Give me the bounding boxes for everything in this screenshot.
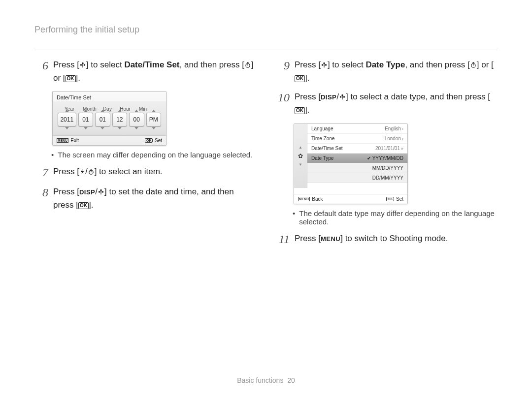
text: ] to select <box>86 60 124 69</box>
settings-screen: ▲ ✿ ▼ LanguageEnglish› Time ZoneLondon› … <box>294 123 408 204</box>
spinner-row: 2011 01 01 12 00 PM <box>53 113 166 129</box>
text: ] to select <box>328 60 366 69</box>
menu-row-datetime[interactable]: Date/Time Set2011/01/01» <box>307 144 407 154</box>
step-number: 9 <box>276 59 290 72</box>
spinner-hour[interactable]: 12 <box>112 113 127 126</box>
value: 2011/01/01 <box>375 146 400 151</box>
svg-rect-31 <box>342 97 342 99</box>
value: English <box>385 126 401 131</box>
spinner-ampm[interactable]: PM <box>146 113 161 126</box>
flash-icon <box>79 167 85 179</box>
bold-text: Date Type <box>366 60 405 69</box>
label-year: Year <box>60 106 79 112</box>
step-6: 6 Press [] to select Date/Time Set, and … <box>34 59 256 84</box>
svg-rect-4 <box>82 65 83 67</box>
value: 01 <box>79 113 93 126</box>
note-text: The screen may differ depending on the l… <box>58 151 252 159</box>
spinner-year[interactable]: 2011 <box>58 113 76 126</box>
svg-point-16 <box>100 191 102 193</box>
value: London <box>385 136 401 141</box>
svg-point-29 <box>343 96 345 98</box>
menu-option-2[interactable]: MM/DD/YYYY <box>307 163 407 173</box>
ok-icon: OK <box>295 107 305 114</box>
svg-rect-22 <box>324 65 324 67</box>
step-number: 7 <box>34 166 48 179</box>
svg-point-15 <box>102 191 104 193</box>
note-text: The default date type may differ dependi… <box>299 209 498 226</box>
datetime-labels: Year Month Day Hour Min <box>53 101 166 113</box>
menu-row-datetype[interactable]: Date Type✔YYYY/MM/DD <box>307 154 407 163</box>
svg-point-27 <box>341 94 343 96</box>
value: MM/DD/YYYY <box>372 165 403 171</box>
disp-icon: DISP <box>321 93 336 101</box>
spinner-month[interactable]: 01 <box>78 113 93 126</box>
svg-point-20 <box>325 64 327 66</box>
spinner-day[interactable]: 01 <box>95 113 110 126</box>
check-icon: ✔ <box>367 155 371 161</box>
menu-option-3[interactable]: DD/MM/YYYY <box>307 173 407 183</box>
text: Press [ <box>295 60 321 69</box>
value: PM <box>147 113 161 126</box>
menu-row-language[interactable]: LanguageEnglish› <box>307 124 407 134</box>
ok-icon: OK <box>295 75 305 82</box>
svg-point-13 <box>100 189 102 191</box>
footer-section: Basic functions <box>237 376 283 384</box>
svg-point-30 <box>342 96 343 98</box>
macro-flower-icon <box>79 60 86 72</box>
text: ] to select a date type, and then press … <box>346 92 490 101</box>
up-arrow-icon: ▲ <box>299 145 302 150</box>
screen-title: Date/Time Set <box>53 92 166 101</box>
text: Press [ <box>53 187 79 196</box>
set-label: Set <box>396 196 403 202</box>
gear-icon: ✿ <box>298 153 303 159</box>
page-header: Performing the initial setup <box>34 25 498 35</box>
macro-flower-icon <box>321 60 328 72</box>
exit-label: Exit <box>70 138 79 143</box>
value: DD/MM/YYYY <box>372 175 403 181</box>
set-label: Set <box>155 138 162 143</box>
down-arrow-icon: ▼ <box>299 162 302 167</box>
note-6: •The screen may differ depending on the … <box>51 151 256 159</box>
label: Time Zone <box>311 136 334 141</box>
text: Press [ <box>295 234 321 243</box>
text: , and then press [ <box>180 60 244 69</box>
chevron-right-icon: › <box>402 136 403 141</box>
menu-sidebar: ▲ ✿ ▼ <box>294 124 307 188</box>
svg-point-3 <box>82 64 84 66</box>
label: Date/Time Set <box>311 146 343 151</box>
text: , and then press [ <box>405 60 469 69</box>
step-7: 7 Press [/] to select an item. <box>34 166 256 179</box>
step-11: 11 Press [MENU] to switch to Shooting mo… <box>276 233 498 246</box>
menu-icon: MENU <box>57 138 68 143</box>
value: 00 <box>130 113 143 126</box>
screen-footer: MENUBack OKSet <box>294 194 407 204</box>
step-9: 9 Press [] to select Date Type, and then… <box>276 59 498 84</box>
chevron-right-icon: › <box>402 126 403 131</box>
value: YYYY/MM/DD <box>372 155 403 161</box>
text: ] or [ <box>477 60 494 69</box>
page-footer: Basic functions 20 <box>0 376 532 384</box>
label: Language <box>311 126 333 131</box>
self-timer-icon <box>244 60 251 72</box>
ok-icon: OK <box>145 138 153 143</box>
svg-rect-17 <box>100 192 101 194</box>
menu-list: LanguageEnglish› Time ZoneLondon› Date/T… <box>307 124 407 188</box>
macro-flower-icon <box>98 187 104 199</box>
text: Press [ <box>53 167 79 176</box>
disp-icon: DISP <box>79 188 95 196</box>
step-number: 6 <box>34 59 48 72</box>
menu-row-timezone[interactable]: Time ZoneLondon› <box>307 134 407 144</box>
svg-point-21 <box>324 64 325 66</box>
menu-icon: MENU <box>321 235 340 243</box>
value: 12 <box>113 113 127 126</box>
ok-icon: OK <box>78 202 89 209</box>
text: ] to select an item. <box>95 167 163 176</box>
divider <box>34 50 498 50</box>
note-10: •The default date type may differ depend… <box>293 209 498 226</box>
spinner-min[interactable]: 00 <box>129 113 144 126</box>
step-number: 11 <box>276 233 290 246</box>
text: ]. <box>305 105 309 115</box>
value: 2011 <box>58 113 76 126</box>
text: Press [ <box>295 92 321 101</box>
back-label: Back <box>312 196 323 202</box>
